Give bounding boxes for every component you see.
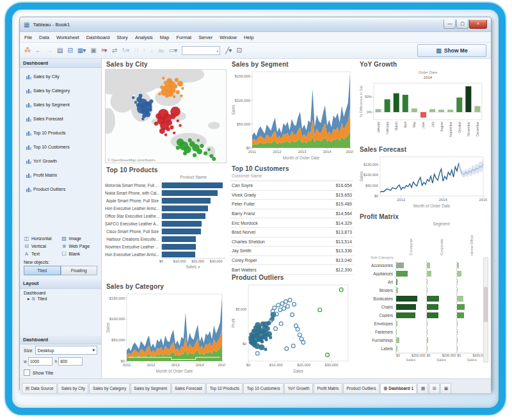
menu-window[interactable]: Window [220, 35, 237, 40]
sidebar-sheet-yoy-growth[interactable]: YoY Growth [20, 154, 101, 168]
yoy-growth-chart[interactable]: Order Date20140%50%JanuaryFebruaryMarchA… [358, 69, 487, 141]
city-mark-southeast-asia[interactable] [156, 113, 161, 119]
city-mark-southeast-asia[interactable] [170, 106, 180, 117]
profit-bar[interactable] [396, 312, 415, 318]
product-bar[interactable] [162, 190, 218, 196]
width-field[interactable]: 1000 [28, 357, 52, 366]
profit-bar[interactable] [457, 262, 458, 268]
product-bar[interactable] [162, 236, 196, 242]
bar-march[interactable] [394, 93, 399, 112]
tab-top-10-customers[interactable]: Top 10 Customers [243, 383, 284, 393]
redo-icon[interactable]: → [46, 47, 52, 54]
city-mark-south-asia[interactable] [141, 118, 144, 120]
profit-bar[interactable] [457, 279, 458, 285]
sidebar-sheet-top-10-customers[interactable]: Top 10 Customers [20, 140, 101, 154]
customer-row-4[interactable]: Barry Franz$14,564 [230, 209, 353, 219]
sales_forecast[interactable]: $0$50,000$100,000$150,000201220142016Mon… [358, 154, 487, 209]
city-mark-oceania[interactable] [193, 153, 196, 157]
city-mark-oceania[interactable] [200, 144, 204, 148]
height-field[interactable]: 800 [58, 357, 83, 366]
city-mark-south-asia[interactable] [134, 101, 137, 104]
profit-bar[interactable] [457, 287, 458, 293]
object-text[interactable]: AText [24, 251, 60, 257]
matrix-row-copiers[interactable]: Copiers [358, 311, 487, 319]
matrix-cell[interactable] [396, 319, 426, 328]
city-mark-southeast-asia[interactable] [170, 125, 173, 129]
sales-by-segment-chart[interactable]: $0$50,000$100,000$150,000201120122013201… [230, 69, 353, 161]
fit-dropdown[interactable]: ▾ [182, 46, 220, 55]
top-10-products-chart[interactable]: Product NameMotorola Smart Phone, Full .… [105, 175, 225, 279]
yoy_growth[interactable]: Order Date20140%50%JanuaryFebruaryMarchA… [358, 69, 487, 141]
profit-bar[interactable] [396, 304, 416, 310]
tab-sales-forecast[interactable]: Sales Forecast [172, 383, 206, 393]
add-data-source-icon[interactable]: ⊟ [67, 47, 72, 54]
clear-sheet-icon[interactable]: ×▾ [101, 47, 107, 54]
bar-may[interactable] [412, 108, 417, 112]
city-mark-southeast-asia[interactable] [154, 122, 158, 125]
matrix-row-art[interactable]: Art [358, 278, 487, 286]
sidebar-sheet-top-10-products[interactable]: Top 10 Products [20, 125, 101, 140]
map-canvas[interactable] [106, 70, 226, 163]
city-mark-east-asia[interactable] [173, 85, 177, 88]
city-mark-oceania[interactable] [176, 146, 180, 150]
matrix-row-binders[interactable]: Binders [358, 286, 487, 295]
show-mark-labels-icon[interactable]: Abc [158, 49, 164, 53]
matrix-cell[interactable] [426, 328, 457, 336]
matrix-cell[interactable] [396, 270, 426, 278]
profit-bar[interactable] [427, 271, 432, 277]
product-bar[interactable] [162, 198, 211, 204]
city-mark-east-asia[interactable] [177, 81, 183, 86]
matrix-cell[interactable] [456, 336, 487, 344]
matrix-cell[interactable] [456, 303, 487, 311]
new-worksheet-button[interactable]: ▦ [417, 383, 428, 393]
fit-selector-icon[interactable]: ▭▾ [169, 47, 177, 54]
city-mark-east-asia[interactable] [160, 85, 164, 89]
product-bar[interactable] [162, 252, 195, 257]
matrix-cell[interactable] [456, 261, 487, 270]
save-icon[interactable]: ▤ [57, 47, 62, 54]
city-mark-southeast-asia[interactable] [164, 133, 167, 136]
sidebar-sheet-sales-by-city[interactable]: Sales by City [20, 69, 101, 83]
new-dashboard-button[interactable]: ⊞ [429, 383, 440, 393]
menu-story[interactable]: Story [116, 35, 128, 40]
mark-products[interactable] [264, 348, 267, 351]
profit-bar[interactable] [457, 329, 458, 335]
profit-bar[interactable] [396, 329, 397, 335]
profit-bar[interactable] [457, 346, 458, 351]
tab-sales-by-city[interactable]: Sales by City [58, 383, 88, 393]
matrix-cell[interactable] [456, 295, 487, 303]
matrix-cell[interactable] [426, 344, 457, 353]
sort-ascending-icon[interactable]: ↑ [143, 47, 145, 54]
tab-sales-by-category[interactable]: Sales by Category [89, 383, 129, 393]
matrix-row-chairs[interactable]: Chairs [358, 303, 487, 311]
product-row-3[interactable]: Apple Smart Phone, Full Size [105, 197, 225, 204]
sidebar-sheet-sales-by-category[interactable]: Sales by Category [20, 83, 101, 97]
profit-bar[interactable] [427, 279, 428, 285]
product-row-4[interactable]: Hon Executive Leather Armc... [105, 204, 225, 212]
sidebar-sheet-sales-by-segment[interactable]: Sales by Segment [20, 97, 101, 111]
matrix-cell[interactable] [396, 344, 426, 353]
profit-bar[interactable] [457, 321, 458, 327]
customer-row-1[interactable]: Can Soyre$16,654 [230, 181, 353, 191]
city-mark-east-asia[interactable] [158, 92, 161, 95]
sort-descending-icon[interactable]: ↓ [150, 47, 153, 54]
matrix-cell[interactable] [426, 286, 457, 295]
product-bar[interactable] [162, 221, 202, 227]
profit-bar[interactable] [427, 296, 439, 302]
customer-row-3[interactable]: Peter Fuller$15,489 [230, 200, 353, 209]
city-mark-southeast-asia[interactable] [159, 128, 165, 134]
profit-bar[interactable] [396, 337, 399, 343]
menu-worksheet[interactable]: Worksheet [56, 35, 79, 40]
top-10-customers-table[interactable]: Customer NameCan Soyre$16,654Vivek Grady… [230, 174, 353, 270]
menu-help[interactable]: Help [244, 35, 253, 40]
customer-row-8[interactable]: Jay Smith$13,336 [230, 246, 353, 256]
new-worksheet-icon[interactable]: ▦▾ [77, 47, 85, 54]
matrix-scrollbar[interactable] [483, 257, 488, 362]
profit-bar[interactable] [457, 337, 458, 343]
bar-august[interactable] [438, 109, 444, 112]
matrix-cell[interactable] [456, 270, 487, 278]
tab-top-10-products[interactable]: Top 10 Products [206, 383, 243, 393]
bar-february[interactable] [385, 99, 390, 112]
product_outliers[interactable]: $0$5,000$0$10,000$20,000$30,000SalesProf… [230, 282, 353, 374]
matrix-cell[interactable] [396, 278, 426, 286]
